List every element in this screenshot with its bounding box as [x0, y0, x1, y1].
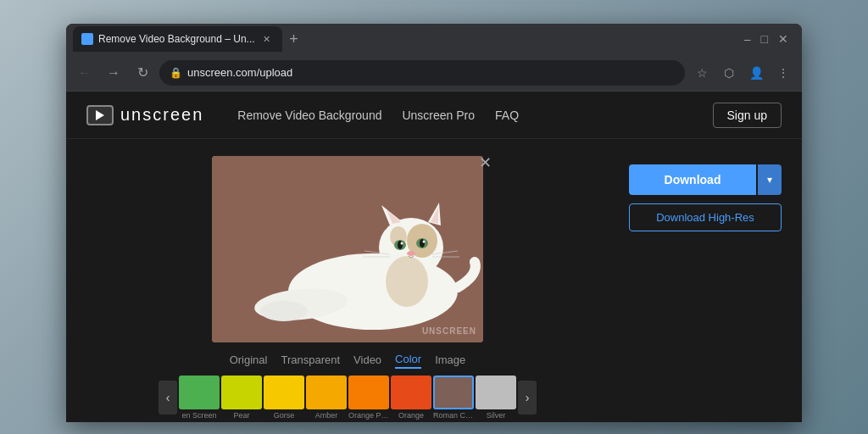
- swatch-color-0[interactable]: [179, 376, 220, 409]
- extension-icon[interactable]: ⬡: [717, 61, 741, 85]
- nav-links: Remove Video Background Unscreen Pro FAQ: [237, 108, 712, 122]
- tab-title: Remove Video Background – Un...: [98, 33, 255, 45]
- logo-text: unscreen: [120, 105, 203, 125]
- download-btn-group: Download ▾: [629, 164, 782, 195]
- tab-original[interactable]: Original: [230, 353, 268, 368]
- logo-play-icon: [96, 110, 104, 120]
- svg-point-15: [420, 239, 425, 248]
- swatch-label-5: Orange: [391, 411, 431, 420]
- swatch-label-2: Gorse: [264, 411, 304, 420]
- browser-toolbar-icons: ☆ ⬡ 👤 ⋮: [690, 61, 795, 85]
- sign-up-button[interactable]: Sign up: [713, 103, 782, 128]
- main-area: UNSCREEN ✕ Original Transparent Video Co…: [66, 139, 802, 422]
- preview-wrapper: UNSCREEN ✕: [212, 156, 483, 342]
- new-tab-btn[interactable]: +: [282, 27, 306, 51]
- browser-window: Remove Video Background – Un... ✕ + – □ …: [66, 24, 802, 422]
- logo-icon: [86, 105, 114, 125]
- swatch-label-6: Roman Coffee: [433, 411, 474, 420]
- swatch-color-7[interactable]: [476, 376, 516, 409]
- swatches-next-btn[interactable]: ›: [518, 381, 537, 415]
- forward-btn[interactable]: →: [102, 61, 125, 85]
- tab-image[interactable]: Image: [435, 353, 465, 368]
- tab-close-btn[interactable]: ✕: [260, 32, 274, 46]
- swatch-item: Roman Coffee: [433, 376, 474, 420]
- swatch-label-4: Orange Peel: [348, 411, 389, 420]
- preview-section: UNSCREEN ✕ Original Transparent Video Co…: [86, 156, 609, 420]
- swatch-item: Gorse: [264, 376, 304, 420]
- swatch-item: en Screen: [179, 376, 220, 420]
- swatch-label-7: Silver: [476, 411, 516, 420]
- swatch-color-4[interactable]: [348, 376, 389, 409]
- nav-link-remove-bg[interactable]: Remove Video Background: [237, 108, 381, 122]
- svg-point-3: [260, 301, 308, 321]
- swatch-label-0: en Screen: [179, 411, 220, 420]
- svg-point-22: [386, 256, 428, 307]
- swatch-color-5[interactable]: [391, 376, 431, 409]
- preview-container: UNSCREEN: [212, 156, 483, 342]
- swatch-item: Amber: [306, 376, 347, 420]
- address-bar[interactable]: 🔒 unscreen.com/upload: [159, 60, 685, 86]
- swatch-color-3[interactable]: [306, 376, 347, 409]
- view-tabs: Original Transparent Video Color Image: [230, 353, 466, 369]
- browser-titlebar: Remove Video Background – Un... ✕ + – □ …: [66, 24, 802, 54]
- browser-toolbar: ← → ↻ 🔒 unscreen.com/upload ☆ ⬡ 👤 ⋮: [66, 54, 802, 92]
- lock-icon: 🔒: [170, 67, 182, 79]
- site-logo: unscreen: [86, 105, 203, 125]
- window-controls: – □ ✕: [744, 32, 795, 46]
- color-swatches-row: ‹ en ScreenPearGorseAmberOrange PeelOran…: [159, 376, 537, 420]
- swatch-item: Orange Peel: [348, 376, 389, 420]
- active-tab[interactable]: Remove Video Background – Un... ✕: [73, 26, 282, 52]
- swatch-color-1[interactable]: [221, 376, 262, 409]
- download-hires-button[interactable]: Download High-Res: [629, 203, 782, 231]
- download-button[interactable]: Download: [629, 164, 756, 195]
- minimize-btn[interactable]: –: [744, 32, 751, 46]
- download-dropdown-btn[interactable]: ▾: [758, 164, 782, 195]
- bookmark-icon[interactable]: ☆: [690, 61, 714, 85]
- tab-color[interactable]: Color: [395, 353, 421, 369]
- preview-watermark: UNSCREEN: [422, 326, 476, 336]
- swatch-label-3: Amber: [306, 411, 347, 420]
- swatches-prev-btn[interactable]: ‹: [159, 381, 177, 415]
- menu-icon[interactable]: ⋮: [771, 61, 795, 85]
- page-content: unscreen Remove Video Background Unscree…: [66, 92, 802, 422]
- swatches-container: en ScreenPearGorseAmberOrange PeelOrange…: [179, 376, 516, 420]
- svg-point-16: [423, 241, 426, 243]
- svg-point-17: [407, 251, 415, 256]
- swatch-label-1: Pear: [221, 411, 262, 420]
- nav-link-faq[interactable]: FAQ: [495, 108, 519, 122]
- tab-favicon: [81, 33, 93, 45]
- swatch-color-6[interactable]: [433, 376, 474, 409]
- refresh-btn[interactable]: ↻: [131, 61, 154, 85]
- right-panel: Download ▾ Download High-Res: [629, 156, 782, 420]
- close-preview-btn[interactable]: ✕: [475, 153, 495, 173]
- svg-point-13: [401, 242, 403, 245]
- profile-icon[interactable]: 👤: [744, 61, 768, 85]
- back-btn[interactable]: ←: [73, 61, 97, 85]
- address-text: unscreen.com/upload: [187, 66, 292, 79]
- tab-video[interactable]: Video: [353, 353, 381, 368]
- swatch-item: Pear: [221, 376, 262, 420]
- cat-preview-image: [212, 156, 483, 342]
- swatch-item: Silver: [476, 376, 516, 420]
- swatch-item: Orange: [391, 376, 431, 420]
- tab-transparent[interactable]: Transparent: [281, 353, 340, 368]
- close-btn[interactable]: ✕: [778, 32, 788, 46]
- svg-point-12: [398, 241, 403, 249]
- maximize-btn[interactable]: □: [761, 32, 768, 46]
- site-nav: unscreen Remove Video Background Unscree…: [66, 92, 802, 139]
- swatch-color-2[interactable]: [264, 376, 304, 409]
- nav-link-pro[interactable]: Unscreen Pro: [402, 108, 475, 122]
